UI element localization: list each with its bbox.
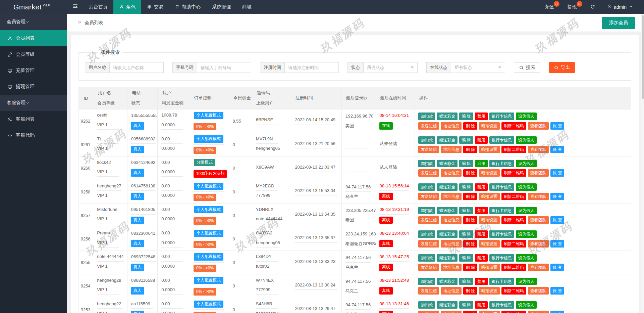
action-button-查看团队[interactable]: 查看团队: [528, 169, 549, 177]
action-button-发送短信[interactable]: 发送短信: [418, 122, 439, 130]
refresh-button[interactable]: [584, 0, 602, 14]
action-button-账变[interactable]: 账 变: [550, 264, 564, 271]
action-button-设为假人[interactable]: 设为假人: [516, 254, 537, 262]
action-button-暗扣设置[interactable]: 暗扣设置: [479, 169, 500, 177]
action-button-禁用[interactable]: 禁用: [475, 254, 488, 262]
action-button-加扣款[interactable]: 加扣款: [418, 301, 435, 309]
nav-item-2[interactable]: 角色: [113, 0, 141, 14]
sidebar-item-客服代码[interactable]: 客服代码: [0, 127, 67, 143]
action-button-禁用[interactable]: 禁用: [475, 113, 488, 120]
action-button-刷新二维码[interactable]: 刷新二维码: [501, 169, 526, 177]
action-button-暗扣设置[interactable]: 暗扣设置: [479, 240, 500, 248]
action-button-发送短信[interactable]: 发送短信: [418, 240, 439, 248]
export-button[interactable]: 导出: [549, 62, 575, 73]
action-button-刷新二维码[interactable]: 刷新二维码: [501, 193, 526, 200]
action-button-查看团队[interactable]: 查看团队: [528, 240, 549, 248]
action-button-赠送彩金[interactable]: 赠送彩金: [437, 160, 458, 167]
filter-select-5[interactable]: 所有状态: [451, 62, 505, 73]
action-button-加扣款[interactable]: 加扣款: [418, 230, 435, 238]
action-button-加扣款[interactable]: 加扣款: [418, 207, 435, 214]
action-button-设为假人[interactable]: 设为假人: [516, 278, 537, 285]
action-button-银行卡信息[interactable]: 银行卡信息: [489, 160, 514, 167]
action-button-启用[interactable]: 启用: [475, 160, 488, 167]
action-button-编辑[interactable]: 编 辑: [459, 254, 473, 262]
action-button-删除[interactable]: 删 除: [463, 169, 477, 177]
action-button-赠送彩金[interactable]: 赠送彩金: [437, 207, 458, 214]
action-button-暗扣设置[interactable]: 暗扣设置: [479, 146, 500, 153]
action-button-禁用[interactable]: 禁用: [475, 207, 488, 214]
action-button-编辑[interactable]: 编 辑: [459, 113, 473, 120]
action-button-发送短信[interactable]: 发送短信: [418, 264, 439, 271]
action-button-账变[interactable]: 账 变: [550, 146, 564, 153]
action-button-账变[interactable]: 账 变: [550, 169, 564, 177]
action-button-发送短信[interactable]: 发送短信: [418, 169, 439, 177]
action-button-账变[interactable]: 账 变: [550, 287, 564, 295]
sidebar-item-充值管理[interactable]: 充值管理: [0, 62, 67, 79]
action-button-暗扣设置[interactable]: 暗扣设置: [479, 193, 500, 200]
action-button-删除[interactable]: 删 除: [463, 311, 477, 313]
action-button-禁用[interactable]: 禁用: [475, 183, 488, 191]
action-button-刷新二维码[interactable]: 刷新二维码: [501, 240, 526, 248]
action-button-银行卡信息[interactable]: 银行卡信息: [489, 230, 514, 238]
action-button-加扣款[interactable]: 加扣款: [418, 136, 435, 144]
action-button-编辑[interactable]: 编 辑: [459, 278, 473, 285]
filter-input-2[interactable]: [197, 62, 251, 73]
scrollbar-thumb[interactable]: [642, 15, 644, 99]
action-button-地址信息[interactable]: 地址信息: [441, 240, 462, 248]
action-button-查看团队[interactable]: 查看团队: [528, 311, 549, 313]
action-button-账变[interactable]: 账 变: [550, 311, 564, 313]
search-button[interactable]: 搜索: [514, 62, 540, 73]
action-button-禁用[interactable]: 禁用: [475, 301, 488, 309]
recharge-nav-button[interactable]: 充值 0: [538, 0, 561, 14]
action-button-刷新二维码[interactable]: 刷新二维码: [501, 311, 526, 313]
action-button-赠送彩金[interactable]: 赠送彩金: [437, 301, 458, 309]
action-button-删除[interactable]: 删 除: [463, 193, 477, 200]
action-button-编辑[interactable]: 编 辑: [459, 230, 473, 238]
action-button-银行卡信息[interactable]: 银行卡信息: [489, 136, 514, 144]
action-button-刷新二维码[interactable]: 刷新二维码: [501, 216, 526, 224]
sidebar-item-客服列表[interactable]: 客服列表: [0, 111, 67, 127]
nav-item-6[interactable]: 商城: [236, 0, 257, 14]
action-button-地址信息[interactable]: 地址信息: [441, 122, 462, 130]
action-button-发送短信[interactable]: 发送短信: [418, 146, 439, 153]
action-button-删除[interactable]: 删 除: [463, 216, 477, 224]
action-button-发送短信[interactable]: 发送短信: [418, 193, 439, 200]
withdraw-nav-button[interactable]: 提现 0: [561, 0, 584, 14]
action-button-查看团队[interactable]: 查看团队: [528, 264, 549, 271]
action-button-赠送彩金[interactable]: 赠送彩金: [437, 183, 458, 191]
action-button-删除[interactable]: 删 除: [463, 287, 477, 295]
nav-item-3[interactable]: 交易: [141, 0, 169, 14]
action-button-地址信息[interactable]: 地址信息: [441, 193, 462, 200]
action-button-地址信息[interactable]: 地址信息: [441, 287, 462, 295]
action-button-银行卡信息[interactable]: 银行卡信息: [489, 113, 514, 120]
action-button-发送短信[interactable]: 发送短信: [418, 287, 439, 295]
action-button-查看团队[interactable]: 查看团队: [528, 146, 549, 153]
action-button-查看团队[interactable]: 查看团队: [528, 216, 549, 224]
action-button-暗扣设置[interactable]: 暗扣设置: [479, 311, 500, 313]
action-button-暗扣设置[interactable]: 暗扣设置: [479, 264, 500, 271]
action-button-加扣款[interactable]: 加扣款: [418, 278, 435, 285]
action-button-地址信息[interactable]: 地址信息: [441, 216, 462, 224]
action-button-地址信息[interactable]: 地址信息: [441, 311, 462, 313]
scrollbar[interactable]: [641, 14, 644, 313]
action-button-赠送彩金[interactable]: 赠送彩金: [437, 254, 458, 262]
sidebar-group-1[interactable]: 会员管理: [0, 14, 67, 30]
sidebar-item-会员等级[interactable]: 会员等级: [0, 46, 67, 62]
action-button-设为假人[interactable]: 设为假人: [516, 136, 537, 144]
sidebar-collapse-button[interactable]: [67, 0, 83, 14]
action-button-账变[interactable]: 账 变: [550, 122, 564, 130]
action-button-刷新二维码[interactable]: 刷新二维码: [501, 287, 526, 295]
action-button-删除[interactable]: 删 除: [463, 122, 477, 130]
action-button-删除[interactable]: 删 除: [463, 240, 477, 248]
action-button-刷新二维码[interactable]: 刷新二维码: [501, 146, 526, 153]
action-button-刷新二维码[interactable]: 刷新二维码: [501, 122, 526, 130]
action-button-查看团队[interactable]: 查看团队: [528, 193, 549, 200]
action-button-查看团队[interactable]: 查看团队: [528, 122, 549, 130]
filter-select-4[interactable]: 所有状态: [363, 62, 418, 73]
action-button-银行卡信息[interactable]: 银行卡信息: [489, 183, 514, 191]
action-button-禁用[interactable]: 禁用: [475, 230, 488, 238]
action-button-禁用[interactable]: 禁用: [475, 136, 488, 144]
action-button-编辑[interactable]: 编 辑: [459, 207, 473, 214]
filter-input-1[interactable]: [109, 62, 164, 73]
action-button-暗扣设置[interactable]: 暗扣设置: [479, 122, 500, 130]
